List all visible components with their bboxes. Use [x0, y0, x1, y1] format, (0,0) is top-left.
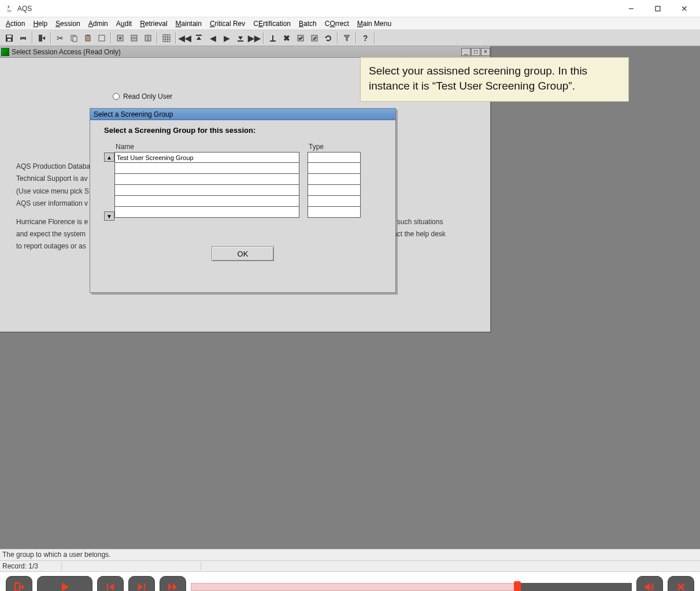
rollback-icon[interactable] [308, 32, 321, 44]
sg-name-row-4[interactable] [114, 196, 299, 207]
insert-icon[interactable] [266, 32, 280, 44]
player-play-button[interactable] [37, 576, 92, 591]
top-icon[interactable] [192, 32, 206, 44]
svg-rect-6 [21, 35, 25, 37]
screening-group-dialog: Select a Screening Group Select a Screen… [90, 108, 396, 293]
sg-type-row-5[interactable] [308, 207, 361, 218]
next-icon[interactable]: ▶ [220, 32, 234, 44]
menu-mainmenu[interactable]: Main Menu [354, 18, 395, 29]
bottom-icon[interactable] [234, 32, 247, 44]
cut-icon[interactable]: ✂ [53, 32, 67, 44]
player-close-button[interactable] [668, 576, 694, 591]
session-titlebar[interactable]: Select Session Access (Read Only) _ □ × [0, 46, 490, 58]
close-button[interactable]: ✕ [671, 0, 698, 17]
sg-name-row-3[interactable] [114, 185, 299, 196]
sg-name-row-0[interactable] [114, 152, 299, 163]
col-name-label: Name [114, 143, 299, 151]
print-icon[interactable] [16, 32, 30, 44]
sg-title-text: Select a Screening Group [94, 110, 173, 118]
sg-type-row-2[interactable] [308, 174, 361, 185]
svg-rect-11 [86, 35, 90, 41]
sg-titlebar[interactable]: Select a Screening Group [90, 109, 395, 120]
record-indicator: Record: 1/3 [2, 562, 38, 570]
last-icon[interactable]: ▶▶ [247, 32, 261, 44]
sg-name-row-5[interactable] [114, 207, 299, 218]
menu-session[interactable]: Session [52, 18, 84, 29]
grid-icon[interactable] [160, 32, 173, 44]
minimize-button[interactable] [618, 0, 645, 17]
sg-type-row-0[interactable] [308, 152, 361, 163]
ok-button[interactable]: OK [212, 246, 274, 261]
commit-icon[interactable] [294, 32, 308, 44]
player-ff-button[interactable] [160, 576, 186, 591]
sg-type-row-1[interactable] [308, 163, 361, 174]
menu-batch[interactable]: Batch [295, 18, 320, 29]
menu-admin[interactable]: Admin [85, 18, 112, 29]
menu-critical[interactable]: Critical Rev [206, 18, 249, 29]
svg-rect-10 [73, 36, 77, 42]
svg-rect-13 [99, 35, 105, 41]
svg-rect-1 [655, 6, 660, 11]
maximize-button[interactable] [645, 0, 671, 17]
svg-rect-31 [15, 583, 20, 591]
edit-icon[interactable] [95, 32, 109, 44]
undo-icon[interactable] [321, 32, 335, 44]
paste-icon[interactable] [81, 32, 95, 44]
menu-certification[interactable]: CErtification [250, 18, 294, 29]
callout-text: Select your assisned screening group. In… [369, 65, 587, 92]
session-close-button[interactable]: × [481, 48, 490, 56]
mdi-area: Select Session Access (Read Only) _ □ × … [0, 46, 700, 549]
sg-type-row-3[interactable] [308, 185, 361, 196]
tool-icon-1[interactable] [113, 32, 127, 44]
player-progress[interactable] [191, 581, 632, 591]
prev-icon[interactable]: ◀ [206, 32, 220, 44]
status-record-bar: Record: 1/3 [0, 560, 700, 572]
sg-name-row-1[interactable] [114, 163, 299, 174]
menu-maintain[interactable]: Maintain [172, 18, 205, 29]
player-exit-button[interactable] [6, 576, 32, 591]
player-prev-button[interactable] [97, 576, 124, 591]
first-icon[interactable]: ◀◀ [178, 32, 192, 44]
copy-icon[interactable] [67, 32, 81, 44]
tool-icon-2[interactable] [127, 32, 141, 44]
svg-rect-7 [21, 39, 25, 42]
window-title: AQS [17, 5, 32, 13]
tool-icon-3[interactable] [141, 32, 155, 44]
delete-icon[interactable]: ✖ [280, 32, 294, 44]
menu-audit[interactable]: Audit [113, 18, 135, 29]
status-message: The group to which a user belongs. [0, 549, 700, 560]
svg-rect-20 [163, 35, 170, 42]
titlebar: AQS ✕ [0, 0, 700, 17]
svg-rect-32 [107, 583, 108, 590]
col-type-label: Type [308, 143, 361, 151]
menu-retrieval[interactable]: Retrieval [136, 18, 171, 29]
svg-rect-3 [7, 35, 12, 38]
sg-type-row-4[interactable] [308, 196, 361, 207]
menu-correct[interactable]: COrrect [321, 18, 353, 29]
svg-rect-8 [39, 35, 42, 42]
read-only-label: Read Only User [123, 92, 172, 101]
radio-icon [113, 93, 120, 100]
player-volume-button[interactable] [636, 576, 663, 591]
session-minimize-button[interactable]: _ [461, 48, 471, 56]
player-next-button[interactable] [128, 576, 155, 591]
svg-point-15 [119, 37, 121, 39]
help-icon[interactable]: ? [358, 32, 372, 44]
filter-icon[interactable] [340, 32, 354, 44]
sg-name-row-2[interactable] [114, 174, 299, 185]
sg-scrollbar[interactable]: ▲ ▼ [104, 153, 114, 221]
read-only-radio[interactable]: Read Only User [113, 92, 172, 101]
oracle-forms-icon [1, 48, 9, 56]
scroll-down-icon[interactable]: ▼ [104, 211, 114, 221]
exit-icon[interactable] [35, 32, 49, 44]
menu-action[interactable]: Action [2, 18, 28, 29]
menu-help[interactable]: Help [29, 18, 51, 29]
sg-heading: Select a Screening Group for this sessio… [104, 126, 382, 135]
save-icon[interactable] [2, 32, 16, 44]
menubar: Action Help Session Admin Audit Retrieva… [0, 17, 700, 30]
scroll-up-icon[interactable]: ▲ [104, 153, 114, 162]
instruction-callout: Select your assisned screening group. In… [360, 57, 629, 102]
svg-rect-4 [8, 39, 11, 41]
session-maximize-button[interactable]: □ [471, 48, 480, 56]
session-title-text: Select Session Access (Read Only) [12, 48, 121, 56]
